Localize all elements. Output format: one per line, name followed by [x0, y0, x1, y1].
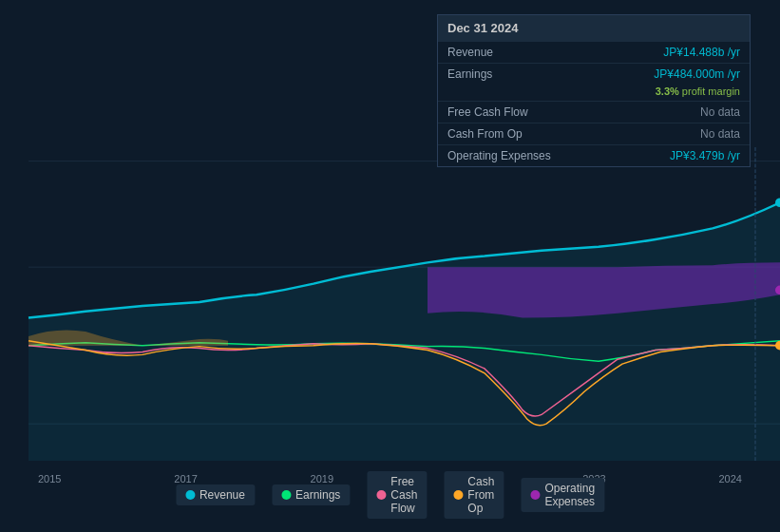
tooltip-row-fcf: Free Cash Flow No data: [438, 101, 750, 123]
profit-margin-text: 3.3% profit margin: [656, 86, 740, 97]
legend-dot-earnings: [281, 490, 291, 500]
tooltip-label-opex: Operating Expenses: [447, 149, 551, 162]
legend-label-fcf: Free Cash Flow: [390, 475, 417, 515]
tooltip-box: Dec 31 2024 Revenue JP¥14.488b /yr Earni…: [437, 14, 751, 167]
legend-dot-opex: [530, 490, 540, 500]
legend-label-earnings: Earnings: [295, 488, 340, 502]
legend-item-earnings[interactable]: Earnings: [272, 484, 350, 505]
chart-container: Dec 31 2024 Revenue JP¥14.488b /yr Earni…: [0, 0, 780, 532]
legend-item-fcf[interactable]: Free Cash Flow: [367, 471, 427, 519]
legend-item-cashfromop[interactable]: Cash From Op: [444, 471, 504, 519]
tooltip-row-revenue: Revenue JP¥14.488b /yr: [438, 41, 750, 63]
tooltip-label-cashfromop: Cash From Op: [447, 127, 523, 141]
chart-svg: [0, 147, 780, 461]
tooltip-title: Dec 31 2024: [438, 15, 750, 41]
legend-label-revenue: Revenue: [200, 488, 245, 502]
tooltip-label-fcf: Free Cash Flow: [447, 105, 528, 119]
legend-label-cashfromop: Cash From Op: [467, 475, 494, 515]
tooltip-row-cashfromop: Cash From Op No data: [438, 123, 750, 144]
tooltip-value-cashfromop: No data: [700, 127, 740, 141]
chart-legend: Revenue Earnings Free Cash Flow Cash Fro…: [176, 471, 604, 519]
legend-dot-fcf: [376, 490, 386, 500]
tooltip-value-revenue: JP¥14.488b /yr: [663, 46, 740, 59]
legend-item-revenue[interactable]: Revenue: [176, 484, 255, 505]
legend-item-opex[interactable]: Operating Expenses: [521, 478, 604, 512]
legend-dot-cashfromop: [453, 490, 463, 500]
legend-dot-revenue: [185, 490, 195, 500]
tooltip-label-revenue: Revenue: [447, 46, 493, 59]
profit-margin-row: 3.3% profit margin: [438, 85, 750, 101]
legend-label-opex: Operating Expenses: [544, 482, 595, 508]
tooltip-value-fcf: No data: [700, 105, 740, 119]
tooltip-row-earnings: Earnings JP¥484.000m /yr: [438, 63, 750, 85]
tooltip-value-opex: JP¥3.479b /yr: [670, 149, 740, 162]
x-label-2014: 2015: [38, 473, 61, 484]
x-label-2024: 2024: [718, 473, 741, 484]
tooltip-value-earnings: JP¥484.000m /yr: [654, 67, 740, 81]
tooltip-row-opex: Operating Expenses JP¥3.479b /yr: [438, 144, 750, 166]
tooltip-label-earnings: Earnings: [447, 67, 492, 81]
